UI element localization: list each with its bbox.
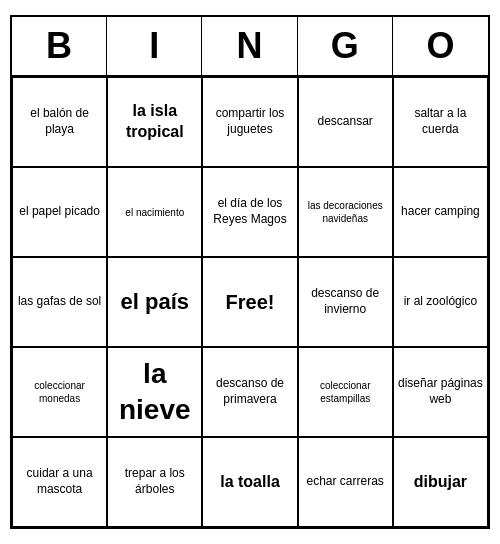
cell-5: el papel picado bbox=[12, 167, 107, 257]
cell-3: descansar bbox=[298, 77, 393, 167]
cell-18: coleccionar estampillas bbox=[298, 347, 393, 437]
cell-11: el país bbox=[107, 257, 202, 347]
cell-4: saltar a la cuerda bbox=[393, 77, 488, 167]
bingo-grid: el balón de playala isla tropicalcompart… bbox=[12, 77, 488, 527]
cell-24: dibujar bbox=[393, 437, 488, 527]
cell-19: diseñar páginas web bbox=[393, 347, 488, 437]
cell-15: coleccionar monedas bbox=[12, 347, 107, 437]
cell-14: ir al zoológico bbox=[393, 257, 488, 347]
bingo-card: BINGO el balón de playala isla tropicalc… bbox=[10, 15, 490, 529]
bingo-header: BINGO bbox=[12, 17, 488, 77]
header-letter-G: G bbox=[298, 17, 393, 75]
cell-21: trepar a los árboles bbox=[107, 437, 202, 527]
cell-10: las gafas de sol bbox=[12, 257, 107, 347]
cell-1: la isla tropical bbox=[107, 77, 202, 167]
cell-12: Free! bbox=[202, 257, 297, 347]
cell-7: el día de los Reyes Magos bbox=[202, 167, 297, 257]
cell-22: la toalla bbox=[202, 437, 297, 527]
cell-2: compartir los juguetes bbox=[202, 77, 297, 167]
cell-16: la nieve bbox=[107, 347, 202, 437]
cell-23: echar carreras bbox=[298, 437, 393, 527]
cell-17: descanso de primavera bbox=[202, 347, 297, 437]
cell-0: el balón de playa bbox=[12, 77, 107, 167]
cell-8: las decoraciones navideñas bbox=[298, 167, 393, 257]
header-letter-B: B bbox=[12, 17, 107, 75]
cell-9: hacer camping bbox=[393, 167, 488, 257]
header-letter-I: I bbox=[107, 17, 202, 75]
cell-6: el nacimiento bbox=[107, 167, 202, 257]
header-letter-N: N bbox=[202, 17, 297, 75]
cell-13: descanso de invierno bbox=[298, 257, 393, 347]
header-letter-O: O bbox=[393, 17, 488, 75]
cell-20: cuidar a una mascota bbox=[12, 437, 107, 527]
